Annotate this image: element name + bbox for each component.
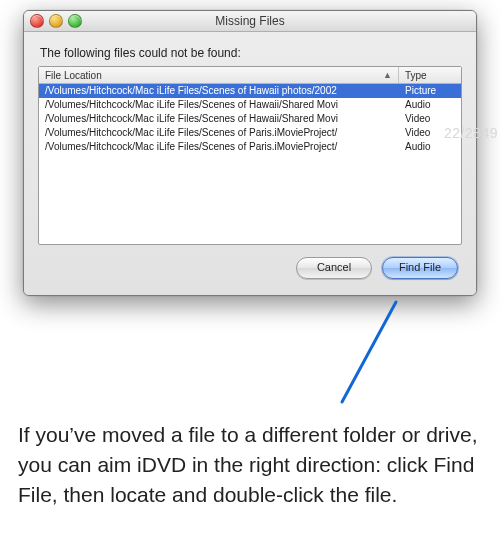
table-row[interactable]: /Volumes/Hitchcock/Mac iLife Files/Scene… [39,98,461,112]
cell-location: /Volumes/Hitchcock/Mac iLife Files/Scene… [39,112,399,126]
cancel-button[interactable]: Cancel [296,257,372,279]
figure-caption: If you’ve moved a file to a different fo… [18,420,482,510]
missing-files-dialog: Missing Files The following files could … [23,10,477,296]
dialog-message: The following files could not be found: [40,46,460,60]
cell-type: Audio [399,98,461,112]
callout-arrow [322,298,412,408]
table-row[interactable]: /Volumes/Hitchcock/Mac iLife Files/Scene… [39,126,461,140]
table-row[interactable]: /Volumes/Hitchcock/Mac iLife Files/Scene… [39,84,461,98]
window-title: Missing Files [215,14,284,28]
table-row[interactable]: /Volumes/Hitchcock/Mac iLife Files/Scene… [39,140,461,154]
column-header-type-label: Type [405,70,427,81]
minimize-icon[interactable] [49,14,63,28]
cell-type: Audio [399,140,461,154]
table-row[interactable]: /Volumes/Hitchcock/Mac iLife Files/Scene… [39,112,461,126]
cell-type: Video [399,112,461,126]
close-icon[interactable] [30,14,44,28]
zoom-icon[interactable] [68,14,82,28]
find-file-button[interactable]: Find File [382,257,458,279]
cell-location: /Volumes/Hitchcock/Mac iLife Files/Scene… [39,126,399,140]
list-header: File Location ▲ Type [39,67,461,84]
column-header-type[interactable]: Type [399,67,461,83]
column-header-location[interactable]: File Location ▲ [39,67,399,83]
cell-location: /Volumes/Hitchcock/Mac iLife Files/Scene… [39,98,399,112]
sort-indicator-icon: ▲ [383,70,392,80]
missing-files-list[interactable]: File Location ▲ Type /Volumes/Hitchcock/… [38,66,462,245]
column-header-location-label: File Location [45,70,102,81]
cell-location: /Volumes/Hitchcock/Mac iLife Files/Scene… [39,84,399,98]
cell-location: /Volumes/Hitchcock/Mac iLife Files/Scene… [39,140,399,154]
svg-line-0 [342,302,396,402]
titlebar: Missing Files [24,11,476,32]
watermark-text: 22/2849 [444,125,498,141]
cell-type: Picture [399,84,461,98]
